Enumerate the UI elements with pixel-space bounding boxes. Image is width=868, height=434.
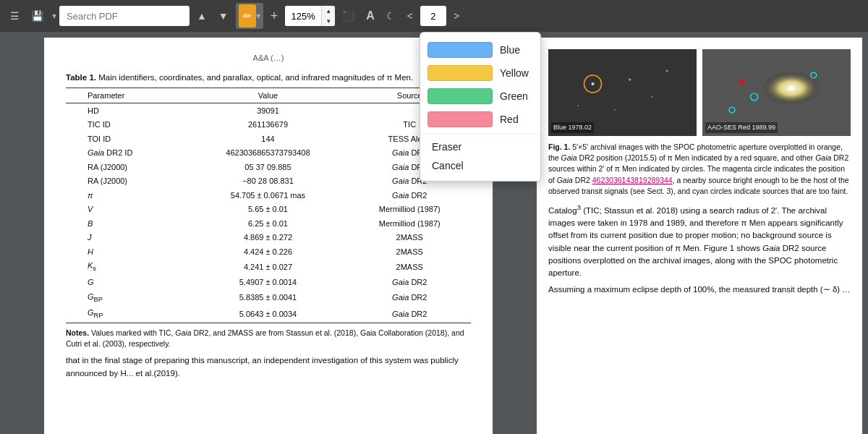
table-row: H 4.424 ± 0.226 2MASS xyxy=(66,244,471,259)
table-row: G 5.4907 ± 0.0014 Gaia DR2 xyxy=(66,276,471,290)
cell-value: 4623036865373793408 xyxy=(187,146,348,161)
body-paragraph: that in the final stage of preparing thi… xyxy=(66,354,471,380)
cell-param: Gaia DR2 ID xyxy=(66,146,187,161)
cancel-label: Cancel xyxy=(432,160,464,171)
table-row: RA (J2000) 05 37 09.885 Gaia DR2 xyxy=(66,160,471,174)
cell-source: 2MASS xyxy=(348,244,471,259)
fig-caption-text: 5′×5′ archival images with the SPOC phot… xyxy=(548,142,849,195)
right-panel: Blue 1978.02 xyxy=(537,38,862,434)
annotate-button[interactable]: ✏ xyxy=(239,4,256,27)
table-row: Gaia DR2 ID 4623036865373793408 Gaia DR2 xyxy=(66,146,471,161)
cell-param: TOI ID xyxy=(66,132,187,146)
image-1-label: Blue 1978.02 xyxy=(551,122,594,134)
cell-source: 2MASS xyxy=(348,231,471,245)
annotate-dropdown-arrow[interactable]: ▾ xyxy=(256,11,260,21)
notes-text: Values marked with TIC, Gaia DR2, and 2M… xyxy=(66,328,464,348)
cell-value: 5.8385 ± 0.0041 xyxy=(187,289,348,306)
table-row: Ks 4.241 ± 0.027 2MASS xyxy=(66,259,471,276)
cell-param: B xyxy=(66,216,187,231)
cell-param: π xyxy=(66,188,187,203)
images-row: Blue 1978.02 xyxy=(548,49,851,136)
cell-source: Mermilliod (1987) xyxy=(348,216,471,231)
toolbar: ☰ 💾 ▾ ▲ ▼ ✏ ▾ + ▲ ▼ ⬛ A ☾ < > xyxy=(0,0,868,32)
cell-value: 54.705 ± 0.0671 mas xyxy=(187,188,348,203)
search-input[interactable] xyxy=(59,6,190,26)
nav-up-button[interactable]: ▲ xyxy=(192,4,211,27)
zoom-input[interactable] xyxy=(285,6,321,26)
cell-value: 6.25 ± 0.01 xyxy=(187,216,348,231)
svg-point-7 xyxy=(614,109,616,111)
archival-image-2: AAO-SES Red 1989.99 xyxy=(702,49,851,136)
blue-label: Blue xyxy=(500,44,520,56)
next-icon: > xyxy=(454,10,459,22)
save-dropdown-arrow[interactable]: ▾ xyxy=(52,11,56,21)
color-option-yellow[interactable]: Yellow xyxy=(420,61,540,85)
zoom-up-button[interactable]: ▲ xyxy=(322,6,335,16)
sidebar-toggle-button[interactable]: ☰ xyxy=(6,4,24,27)
col-value: Value xyxy=(187,88,348,103)
cell-param: RA (J2000) xyxy=(66,160,187,174)
right-paragraph-2: Assuming a maximum eclipse depth of 100%… xyxy=(548,284,851,296)
green-label: Green xyxy=(500,90,528,102)
cell-param: RA (J2000) xyxy=(66,174,187,189)
cell-value: −80 28 08.831 xyxy=(187,174,348,189)
cell-value: 39091 xyxy=(187,103,348,118)
cell-source: Gaia DR2 xyxy=(348,188,471,203)
image-icon: ⬛ xyxy=(342,10,354,22)
cell-param: HD xyxy=(66,103,187,118)
table-row: RA (J2000) −80 28 08.831 Gaia DR2 xyxy=(66,174,471,189)
add-button[interactable]: + xyxy=(266,4,283,27)
data-table: Parameter Value Source HD 39091 TIC ID 2… xyxy=(66,88,471,323)
table-header-row: Parameter Value Source xyxy=(66,88,471,103)
next-page-button[interactable]: > xyxy=(449,4,464,27)
prev-icon: < xyxy=(407,10,413,22)
svg-point-5 xyxy=(577,105,579,106)
cell-param: H xyxy=(66,244,187,259)
moon-icon: ☾ xyxy=(386,10,396,22)
save-button[interactable]: 💾 xyxy=(27,4,48,27)
cell-value: 144 xyxy=(187,132,348,146)
body-text-content: that in the final stage of preparing thi… xyxy=(66,356,459,377)
cell-value: 5.4907 ± 0.0014 xyxy=(187,276,348,290)
right-body-text: Catalog3 (TIC; Stassun et al. 2018) usin… xyxy=(548,203,851,297)
notes-label: Notes. xyxy=(66,328,89,337)
zoom-down-button[interactable]: ▼ xyxy=(322,16,335,26)
nav-down-button[interactable]: ▼ xyxy=(214,4,233,27)
color-option-green[interactable]: Green xyxy=(420,85,540,108)
nav-up-icon: ▲ xyxy=(197,10,207,22)
table-row: J 4.869 ± 0.272 2MASS xyxy=(66,231,471,245)
cell-value: 4.869 ± 0.272 xyxy=(187,231,348,245)
night-mode-button[interactable]: ☾ xyxy=(382,4,400,27)
prev-page-button[interactable]: < xyxy=(403,4,417,27)
text-icon: A xyxy=(366,9,375,22)
table-row: TOI ID 144 TESS Alerts xyxy=(66,132,471,146)
yellow-label: Yellow xyxy=(500,67,529,79)
nav-down-icon: ▼ xyxy=(218,10,229,22)
archival-image-1: Blue 1978.02 xyxy=(548,49,697,136)
table-row: GRP 5.0643 ± 0.0034 Gaia DR2 xyxy=(66,306,471,323)
notes-section: Notes. Values marked with TIC, Gaia DR2,… xyxy=(66,328,471,349)
color-dropdown: Blue Yellow Green Red Eraser Cancel xyxy=(420,32,541,182)
cell-value: 4.241 ± 0.027 xyxy=(187,259,348,276)
right-paragraph-1: Catalog3 (TIC; Stassun et al. 2018) usin… xyxy=(548,203,851,279)
green-swatch xyxy=(427,88,493,104)
table-caption: Table 1. Main identifiers, coordinates, … xyxy=(66,72,471,83)
svg-point-10 xyxy=(789,86,793,90)
page-header: A&A (…) xyxy=(66,52,471,64)
eraser-option[interactable]: Eraser xyxy=(420,137,540,156)
color-option-red[interactable]: Red xyxy=(420,108,540,131)
cell-value: 261136679 xyxy=(187,118,348,132)
cancel-option[interactable]: Cancel xyxy=(420,156,540,175)
image-button[interactable]: ⬛ xyxy=(338,4,359,27)
text-button[interactable]: A xyxy=(362,4,379,27)
annotate-group: ✏ ▾ xyxy=(236,3,263,29)
cell-param: G xyxy=(66,276,187,290)
plus-icon: + xyxy=(271,9,278,24)
table-row: GBP 5.8385 ± 0.0041 Gaia DR2 xyxy=(66,289,471,306)
color-option-blue[interactable]: Blue xyxy=(420,38,540,61)
table-row: B 6.25 ± 0.01 Mermilliod (1987) xyxy=(66,216,471,231)
cell-value: 05 37 09.885 xyxy=(187,160,348,174)
page-number-input[interactable] xyxy=(420,6,446,26)
sidebar-icon: ☰ xyxy=(10,10,20,22)
fig-number: Fig. 1. xyxy=(548,142,570,151)
